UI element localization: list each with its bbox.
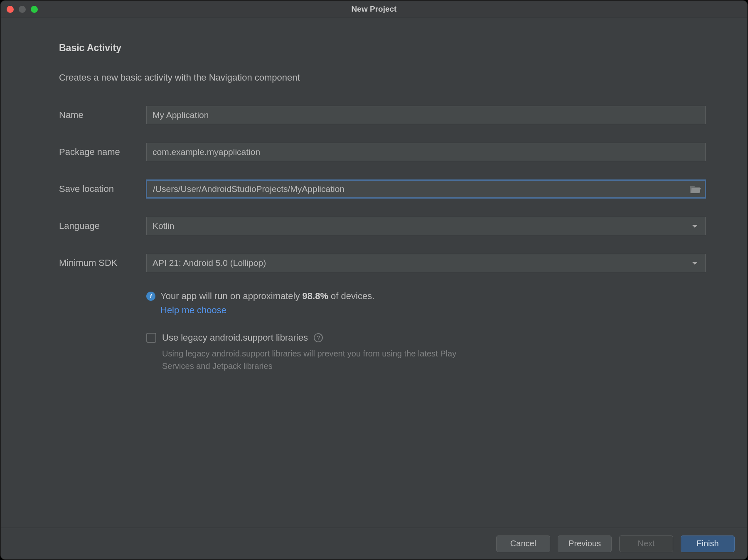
dialog-content: Basic Activity Creates a new basic activ… bbox=[1, 17, 747, 528]
device-coverage-text: Your app will run on approximately 98.8%… bbox=[160, 291, 374, 302]
legacy-support-checkbox[interactable] bbox=[146, 333, 156, 343]
window-title: New Project bbox=[1, 5, 747, 14]
chevron-down-icon bbox=[692, 225, 698, 228]
row-location: Save location bbox=[59, 180, 706, 198]
label-package: Package name bbox=[59, 147, 146, 157]
legacy-support-description: Using legacy android.support libraries w… bbox=[162, 347, 461, 372]
name-input[interactable] bbox=[146, 106, 706, 124]
row-name: Name bbox=[59, 106, 706, 124]
new-project-dialog: New Project Basic Activity Creates a new… bbox=[1, 1, 747, 559]
zoom-window-button[interactable] bbox=[31, 6, 38, 13]
titlebar: New Project bbox=[1, 1, 747, 17]
help-me-choose-link[interactable]: Help me choose bbox=[160, 305, 226, 316]
page-subheading: Creates a new basic activity with the Na… bbox=[59, 72, 706, 83]
legacy-support-row: Use legacy android.support libraries ? bbox=[146, 332, 706, 343]
previous-button[interactable]: Previous bbox=[558, 535, 612, 552]
legacy-support-label: Use legacy android.support libraries bbox=[162, 332, 308, 343]
minimum-sdk-select[interactable]: API 21: Android 5.0 (Lollipop) bbox=[146, 254, 706, 272]
label-min-sdk: Minimum SDK bbox=[59, 258, 146, 268]
label-name: Name bbox=[59, 110, 146, 120]
sdk-info-block: i Your app will run on approximately 98.… bbox=[146, 291, 706, 332]
info-icon: i bbox=[146, 292, 155, 301]
row-language: Language Kotlin bbox=[59, 217, 706, 235]
label-location: Save location bbox=[59, 184, 146, 194]
dialog-footer: Cancel Previous Next Finish bbox=[1, 528, 747, 559]
row-package: Package name bbox=[59, 143, 706, 161]
language-select[interactable]: Kotlin bbox=[146, 217, 706, 235]
package-name-input[interactable] bbox=[146, 143, 706, 161]
folder-icon bbox=[690, 184, 701, 194]
legacy-support-help-button[interactable]: ? bbox=[314, 333, 323, 342]
chevron-down-icon bbox=[692, 262, 698, 265]
label-language: Language bbox=[59, 221, 146, 231]
finish-button[interactable]: Finish bbox=[681, 535, 735, 552]
next-button: Next bbox=[619, 535, 673, 552]
page-heading: Basic Activity bbox=[59, 42, 706, 54]
browse-folder-button[interactable] bbox=[690, 184, 701, 194]
device-coverage-percent: 98.8% bbox=[303, 291, 328, 301]
minimum-sdk-select-value: API 21: Android 5.0 (Lollipop) bbox=[153, 258, 266, 268]
save-location-input[interactable] bbox=[146, 180, 706, 198]
language-select-value: Kotlin bbox=[153, 221, 175, 231]
window-controls bbox=[7, 6, 38, 13]
minimize-window-button[interactable] bbox=[19, 6, 26, 13]
cancel-button[interactable]: Cancel bbox=[496, 535, 550, 552]
row-min-sdk: Minimum SDK API 21: Android 5.0 (Lollipo… bbox=[59, 254, 706, 272]
close-window-button[interactable] bbox=[7, 6, 14, 13]
